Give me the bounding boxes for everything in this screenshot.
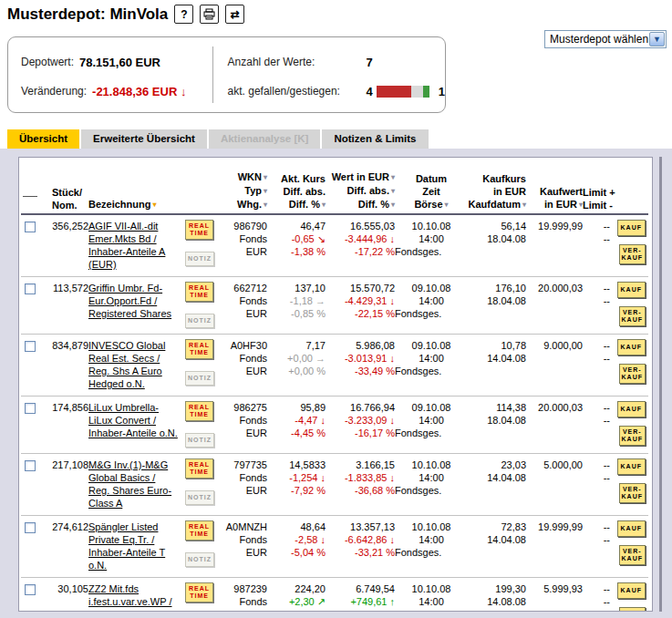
limit-minus-value: -- <box>583 471 610 484</box>
realtime-button[interactable]: REAL TIME <box>185 339 213 359</box>
row-checkbox[interactable] <box>25 221 36 232</box>
position-name-link[interactable]: Griffin Umbr. Fd-Eur.Opport.Fd / Registe… <box>88 283 171 319</box>
column-header-wert[interactable]: Wert in EUR▾ Diff. abs.▾ Diff. %▾ <box>326 170 395 211</box>
position-name-link[interactable]: INVESCO Global Real Est. Secs / Reg. Shs… <box>88 340 165 389</box>
checkbox-cell <box>21 520 43 572</box>
row-checkbox[interactable] <box>25 403 36 414</box>
datum-cell: 09.10.08 14:00 Fondsges. <box>395 282 468 328</box>
realtime-button[interactable]: REAL TIME <box>185 220 213 240</box>
vertical-scrollbar[interactable] <box>659 157 662 612</box>
column-header-kurs[interactable]: Akt. Kurs Diff. abs. Diff. %▾ <box>267 172 326 211</box>
verkauf-button[interactable]: VER- KAUF <box>619 607 646 612</box>
kauf-button[interactable]: KAUF <box>617 582 646 599</box>
checkbox-cell <box>21 582 43 612</box>
kaufwert-cell: 20.000,03 <box>526 401 583 448</box>
kauf-button[interactable]: KAUF <box>617 458 646 475</box>
verkauf-button[interactable]: VER- KAUF <box>619 306 646 326</box>
print-button[interactable] <box>200 5 219 24</box>
row-checkbox[interactable] <box>25 460 36 471</box>
position-name-link[interactable]: M&G Inv.(1)-M&G Global Basics / Reg. Sha… <box>88 459 171 509</box>
sort-active-icon[interactable]: ▾ <box>152 201 156 209</box>
akt-kurs-value: 46,47 <box>267 220 326 232</box>
notiz-button[interactable]: NOTIZ <box>185 252 214 266</box>
wkn-cell: 797735 Fonds EUR <box>218 458 267 510</box>
wert-diff-pct: +12,49 % <box>326 608 395 612</box>
tab-notizen-limits[interactable]: Notizen & Limits <box>322 129 428 149</box>
column-header-kaufkurs[interactable]: Kaufkurs in EUR Kaufdatum▾ <box>468 172 526 211</box>
checkbox-cell <box>21 458 43 510</box>
row-checkbox[interactable] <box>25 283 36 294</box>
wkn-cell: 986275 Fonds EUR <box>218 401 267 448</box>
refresh-button[interactable]: ⇄ <box>225 5 244 24</box>
kauf-button[interactable]: KAUF <box>617 282 646 298</box>
kauf-button[interactable]: KAUF <box>617 520 646 537</box>
position-name-link[interactable]: ZZ2 Mit.fds i.fest.u.var.ve.WP / Inh.-An… <box>88 583 172 612</box>
depot-select[interactable]: Musterdepot wählen ▼ <box>544 30 667 48</box>
notiz-button[interactable]: NOTIZ <box>185 314 214 328</box>
stueck-value: 274,612 <box>43 520 88 572</box>
limit-minus-value: -- <box>583 414 610 427</box>
zeit-value: 14:00 <box>395 533 468 546</box>
row-buttons: REAL TIME NOTIZ <box>183 220 218 271</box>
wkn-value: A0MNZH <box>218 520 267 533</box>
akt-kurs-value: 95,89 <box>267 401 326 414</box>
position-name-link[interactable]: AGIF VII-All.-dit Emer.Mkts Bd / Inhaber… <box>88 221 165 270</box>
row-checkbox[interactable] <box>25 341 36 352</box>
realtime-button[interactable]: REAL TIME <box>185 458 213 479</box>
verkauf-button[interactable]: VER- KAUF <box>619 364 646 384</box>
datum-cell: 10.10.08 14:00 Fondsges. <box>395 458 468 510</box>
page-title: Musterdepot: MinVola <box>7 5 168 24</box>
kauf-button[interactable]: KAUF <box>617 401 646 417</box>
kaufkurs-value: 23,03 <box>468 458 526 471</box>
wert-cell: 16.555,03 -3.444,96 ↓ -17,22 % <box>326 220 395 271</box>
notiz-button[interactable]: NOTIZ <box>185 371 214 386</box>
datum-cell: 10.10.08 14:00 Fondsges. <box>395 582 468 612</box>
verkauf-button[interactable]: VER- KAUF <box>619 244 646 264</box>
kurs-diff-pct: +1,04 % <box>267 608 326 612</box>
verkauf-button[interactable]: VER- KAUF <box>619 483 646 503</box>
realtime-button[interactable]: REAL TIME <box>185 520 213 541</box>
gefallen-gestiegen-label: akt. gefallen/gestiegen: <box>228 85 361 98</box>
verkauf-button[interactable]: VER- KAUF <box>619 545 646 565</box>
row-actions: KAUF VER- KAUF <box>610 401 646 448</box>
dropdown-arrow-icon[interactable]: ▼ <box>649 32 665 46</box>
kaufkurs-cell: 176,10 18.04.08 <box>468 282 526 328</box>
summary-left: Depotwert: 78.151,60 EUR Veränderung: -2… <box>8 37 212 112</box>
waehrung-value: EUR <box>218 608 267 612</box>
realtime-button[interactable]: REAL TIME <box>185 582 213 603</box>
realtime-button[interactable]: REAL TIME <box>185 282 213 302</box>
row-checkbox[interactable] <box>25 522 36 533</box>
position-name-link[interactable]: LiLux Umbrella-LiLux Convert / Inhaber-A… <box>88 402 178 438</box>
column-header-stueck: Stück/ Nom. <box>43 186 88 211</box>
notiz-button[interactable]: NOTIZ <box>185 490 214 505</box>
datum-value: 10.10.08 <box>395 220 468 232</box>
datum-value: 09.10.08 <box>395 401 468 414</box>
verkauf-button[interactable]: VER- KAUF <box>619 426 646 446</box>
kauf-button[interactable]: KAUF <box>617 220 646 236</box>
row-checkbox[interactable] <box>25 584 36 595</box>
waehrung-value: EUR <box>218 484 267 497</box>
limit-cell: -- -- <box>583 401 610 448</box>
kaufwert-cell: 5.999,93 <box>526 582 583 612</box>
kauf-button[interactable]: KAUF <box>617 339 646 355</box>
tab-uebersicht[interactable]: Übersicht <box>7 129 79 149</box>
notiz-button[interactable]: NOTIZ <box>185 433 214 448</box>
sort-icon[interactable]: ▾ <box>445 201 449 209</box>
column-header-kaufwert[interactable]: Kaufwert in EUR▾ <box>526 185 583 211</box>
wkn-value: 797735 <box>218 458 267 471</box>
row-buttons: REAL TIME NOTIZ <box>183 339 218 390</box>
kaufwert-value: 19.999,99 <box>526 220 583 232</box>
position-name-link[interactable]: Spängler Listed Private Eq.Tr. / Inhaber… <box>88 521 165 571</box>
help-button[interactable]: ? <box>174 5 193 24</box>
table-row: 356,252 AGIF VII-All.-dit Emer.Mkts Bd /… <box>21 215 648 277</box>
stueck-value: 834,879 <box>43 339 88 390</box>
wert-diff-abs: -3.233,09 ↓ <box>326 414 395 427</box>
column-header-wkn[interactable]: WKN▾ Typ▾ Whg.▾ <box>218 170 267 211</box>
kaufwert-value: 5.999,93 <box>526 582 583 595</box>
zeit-value: 14:00 <box>395 471 468 484</box>
tab-erweiterte-uebersicht[interactable]: Erweiterte Übersicht <box>81 129 207 149</box>
column-header-datum[interactable]: Datum Zeit Börse▾ <box>395 172 468 211</box>
column-header-bezeichnung[interactable]: Bezeichnung▾ <box>88 198 183 211</box>
realtime-button[interactable]: REAL TIME <box>185 401 213 421</box>
notiz-button[interactable]: NOTIZ <box>185 552 214 567</box>
